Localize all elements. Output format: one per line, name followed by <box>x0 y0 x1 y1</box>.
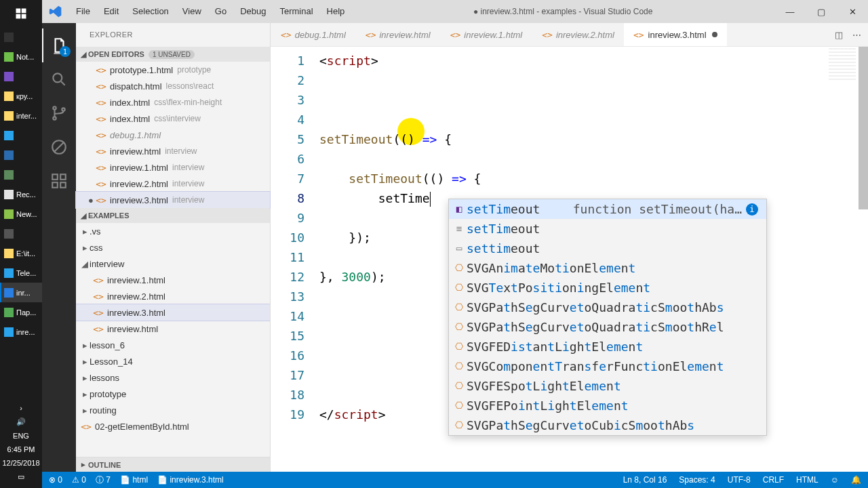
taskbar-item[interactable]: Rec... <box>0 184 42 204</box>
more-actions-icon[interactable]: ⋯ <box>852 30 861 40</box>
activity-extensions[interactable] <box>42 164 76 198</box>
activity-explorer[interactable]: 1 <box>42 28 76 62</box>
intellisense-item[interactable]: ▭settimeout <box>449 239 766 258</box>
tree-folder[interactable]: ▸lessons <box>76 369 270 386</box>
close-button[interactable]: ✕ <box>837 0 868 23</box>
menu-view[interactable]: View <box>176 0 208 23</box>
taskbar-item[interactable] <box>0 27 42 47</box>
taskbar-item[interactable] <box>0 224 42 243</box>
tree-folder[interactable]: ▸lesson_6 <box>76 337 270 353</box>
editor-tab[interactable]: <>inreview.html <box>355 23 440 46</box>
tree-file[interactable]: <>inreview.1.html <box>76 272 270 288</box>
tree-file[interactable]: <>inreview.3.html <box>76 304 270 321</box>
open-editor-item[interactable]: <>inreview.2.htmlinterview <box>76 176 270 192</box>
open-editor-item[interactable]: <>index.htmlcss\flex-min-height <box>76 94 270 110</box>
taskbar-item[interactable]: E:\it... <box>0 243 42 263</box>
intellisense-item[interactable]: ⎔SVGPathSegCurvetoQuadraticSmoothRel <box>449 317 766 337</box>
status-eol[interactable]: CRLF <box>763 475 784 485</box>
open-editor-item[interactable]: <>inreview.1.htmlinterview <box>76 159 270 176</box>
intellisense-item[interactable]: ≡setTimeout <box>449 219 766 239</box>
menu-terminal[interactable]: Terminal <box>273 0 319 23</box>
taskbar-item[interactable]: inr... <box>0 283 42 302</box>
activity-scm[interactable] <box>42 96 76 130</box>
tree-folder[interactable]: ▸prototype <box>76 386 270 402</box>
editor-tab[interactable]: <>inreview.2.html <box>532 23 624 46</box>
menu-go[interactable]: Go <box>208 0 233 23</box>
open-editors-header[interactable]: ◢ OPEN EDITORS 1 UNSAVED <box>76 47 270 62</box>
status-lang1[interactable]: 📄 html <box>120 475 148 485</box>
open-editor-item[interactable]: <>prototype.1.htmlprototype <box>76 62 270 78</box>
activity-search[interactable] <box>42 62 76 96</box>
status-language[interactable]: HTML <box>796 475 818 485</box>
taskbar-item[interactable]: кру... <box>0 86 42 106</box>
taskbar-item[interactable] <box>0 125 42 145</box>
taskbar-item[interactable]: inre... <box>0 322 42 342</box>
intellisense-item[interactable]: ⎔SVGTextPositioningElement <box>449 278 766 298</box>
status-encoding[interactable]: UTF-8 <box>728 475 751 485</box>
outline-header[interactable]: ▸ OUTLINE <box>76 457 270 472</box>
intellisense-item[interactable]: ⎔SVGPathSegCurvetoQuadraticSmoothAbs <box>449 298 766 317</box>
open-editor-item[interactable]: <>index.htmlcss\interview <box>76 110 270 127</box>
intellisense-item[interactable]: ⎔SVGAnimateMotionElement <box>449 258 766 278</box>
taskbar-item[interactable]: Tele... <box>0 263 42 283</box>
open-editor-item[interactable]: <>dispatch.htmllessons\react <box>76 78 270 94</box>
menu-help[interactable]: Help <box>320 0 352 23</box>
menu-debug[interactable]: Debug <box>233 0 273 23</box>
status-feedback-icon[interactable]: ☺ <box>831 475 839 485</box>
intellisense-item[interactable]: ⎔SVGFEDistantLightElement <box>449 337 766 357</box>
tree-folder[interactable]: ▸routing <box>76 402 270 418</box>
taskbar-item[interactable] <box>0 145 42 165</box>
tree-folder[interactable]: ▸css <box>76 239 270 256</box>
chevron-down-icon: ◢ <box>79 211 88 220</box>
status-file[interactable]: 📄 inreview.3.html <box>157 475 224 485</box>
open-editor-item[interactable]: <>debug.1.html <box>76 127 270 143</box>
tree-folder[interactable]: ▸Lesson_14 <box>76 353 270 369</box>
tray-date: 12/25/2018 <box>2 456 39 470</box>
intellisense-popup[interactable]: function setTimeout(ha…i ◧setTimeout≡set… <box>448 199 767 436</box>
workspace-header[interactable]: ◢ EXAMPLES <box>76 208 270 223</box>
tree-folder[interactable]: ▸.vs <box>76 223 270 239</box>
activity-debug[interactable] <box>42 130 76 164</box>
menu-selection[interactable]: Selection <box>125 0 175 23</box>
intellisense-item[interactable]: ⎔SVGPathSegCurvetoCubicSmoothAbs <box>449 415 766 435</box>
intellisense-item[interactable]: ⎔SVGFESpotLightElement <box>449 376 766 396</box>
maximize-button[interactable]: ▢ <box>806 0 837 23</box>
taskbar-item[interactable]: Not... <box>0 47 42 66</box>
tray-chevron-icon[interactable]: › <box>20 401 22 415</box>
menu-file[interactable]: File <box>69 0 97 23</box>
tree-folder[interactable]: ◢interview <box>76 256 270 272</box>
editor-tab[interactable]: <>inreview.1.html <box>440 23 532 46</box>
taskbar-item[interactable]: inter... <box>0 106 42 125</box>
taskbar-item[interactable]: Пар... <box>0 302 42 322</box>
svg-rect-9 <box>52 174 58 180</box>
tree-file[interactable]: <>inreview.html <box>76 321 270 337</box>
tray-language[interactable]: ENG <box>13 429 29 443</box>
info-icon[interactable]: i <box>746 203 758 216</box>
status-errors[interactable]: ⊗ 0 <box>49 475 62 485</box>
split-editor-icon[interactable]: ◫ <box>835 30 843 40</box>
status-cursor[interactable]: Ln 8, Col 16 <box>623 475 667 485</box>
status-spaces[interactable]: Spaces: 4 <box>679 475 715 485</box>
taskbar-item[interactable] <box>0 66 42 86</box>
editor-tab[interactable]: <>debug.1.html <box>271 23 355 46</box>
open-editor-item[interactable]: <>inreview.htmlinterview <box>76 143 270 159</box>
open-editor-item[interactable]: ●<>inreview.3.htmlinterview <box>76 192 270 208</box>
status-info[interactable]: ⓘ 7 <box>96 474 111 486</box>
windows-start-button[interactable] <box>0 0 42 27</box>
intellisense-item[interactable]: ⎔SVGFEPointLightElement <box>449 396 766 415</box>
taskbar-item[interactable]: New... <box>0 204 42 224</box>
code-content[interactable]: <script> setTimeout(() => { setTimeout((… <box>319 47 868 472</box>
intellisense-item[interactable]: ⎔SVGComponentTransferFunctionElement <box>449 357 766 376</box>
tree-file[interactable]: <>inreview.2.html <box>76 288 270 304</box>
status-notifications-icon[interactable]: 🔔 <box>851 475 861 485</box>
tray-sound-icon[interactable]: 🔊 <box>16 415 26 429</box>
status-warnings[interactable]: ⚠ 0 <box>72 475 86 485</box>
taskbar-item[interactable] <box>0 165 42 184</box>
minimize-button[interactable]: — <box>774 0 806 23</box>
tree-file[interactable]: <>02-getElementById.html <box>76 418 270 434</box>
code-area[interactable]: 12345678910111213141516171819 <script> s… <box>271 47 868 472</box>
menu-edit[interactable]: Edit <box>97 0 125 23</box>
editor-tab[interactable]: <>inreview.3.html <box>624 23 727 46</box>
tray-notifications-icon[interactable]: ▭ <box>18 470 24 484</box>
intellisense-doc: function setTimeout(ha…i <box>569 199 762 219</box>
